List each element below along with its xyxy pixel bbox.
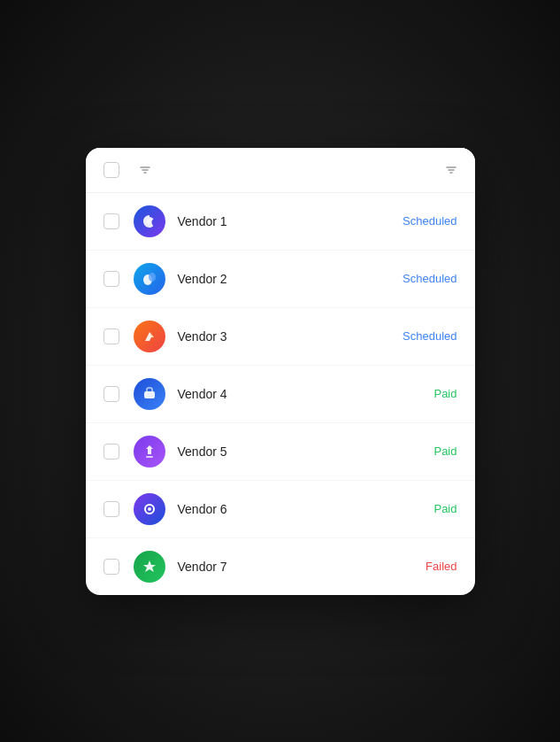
vendor-logo-5 (134, 436, 165, 468)
vendor-logo-6 (134, 493, 165, 525)
vendor-logo-2 (134, 263, 165, 295)
status-badge-2: Scheduled (387, 272, 457, 285)
table-row[interactable]: Vendor 1 Scheduled (86, 193, 475, 251)
vendor-logo-3 (134, 321, 165, 352)
row-checkbox-1[interactable] (104, 213, 119, 229)
table-row[interactable]: Vendor 4 Paid (86, 366, 475, 423)
vendor-name-4: Vendor 4 (178, 387, 387, 401)
status-badge-6: Paid (387, 502, 457, 515)
svg-point-6 (148, 507, 151, 511)
vendor-logo-1 (134, 205, 165, 237)
vendor-logo-4 (134, 378, 165, 410)
table-row[interactable]: Vendor 5 Paid (86, 423, 475, 481)
vendor-name-5: Vendor 5 (178, 444, 387, 459)
vendor-name-header (134, 164, 369, 176)
vendor-logo-7 (134, 551, 165, 583)
row-checkbox-2[interactable] (104, 271, 119, 287)
select-all-checkbox[interactable] (104, 162, 119, 178)
vendor-filter-icon[interactable] (139, 164, 151, 176)
table-header (86, 148, 475, 193)
status-badge-4: Paid (387, 387, 457, 400)
table-row[interactable]: Vendor 6 Paid (86, 481, 475, 538)
svg-point-2 (149, 273, 156, 282)
svg-rect-4 (146, 456, 153, 458)
row-checkbox-4[interactable] (104, 386, 119, 402)
table-row[interactable]: Vendor 3 Scheduled (86, 308, 475, 366)
vendor-name-6: Vendor 6 (178, 502, 387, 516)
vendor-table: Vendor 1 Scheduled Vendor 2 Scheduled Ve… (86, 148, 475, 595)
status-badge-1: Scheduled (387, 214, 457, 228)
table-row[interactable]: Vendor 7 Failed (86, 538, 475, 595)
vendor-name-7: Vendor 7 (178, 560, 387, 574)
table-row[interactable]: Vendor 2 Scheduled (86, 251, 475, 308)
status-badge-5: Paid (387, 444, 457, 458)
vendor-name-2: Vendor 2 (178, 272, 387, 286)
status-badge-3: Scheduled (387, 329, 457, 343)
svg-rect-3 (144, 391, 155, 398)
table-body: Vendor 1 Scheduled Vendor 2 Scheduled Ve… (86, 193, 475, 595)
row-checkbox-6[interactable] (104, 501, 119, 517)
svg-point-0 (147, 219, 152, 224)
vendor-name-1: Vendor 1 (178, 214, 387, 228)
status-badge-7: Failed (387, 560, 457, 573)
row-checkbox-7[interactable] (104, 559, 119, 575)
status-filter-icon[interactable] (445, 164, 457, 176)
status-header (369, 164, 457, 176)
vendor-name-3: Vendor 3 (178, 329, 387, 344)
row-checkbox-5[interactable] (104, 444, 119, 460)
row-checkbox-3[interactable] (104, 328, 119, 344)
